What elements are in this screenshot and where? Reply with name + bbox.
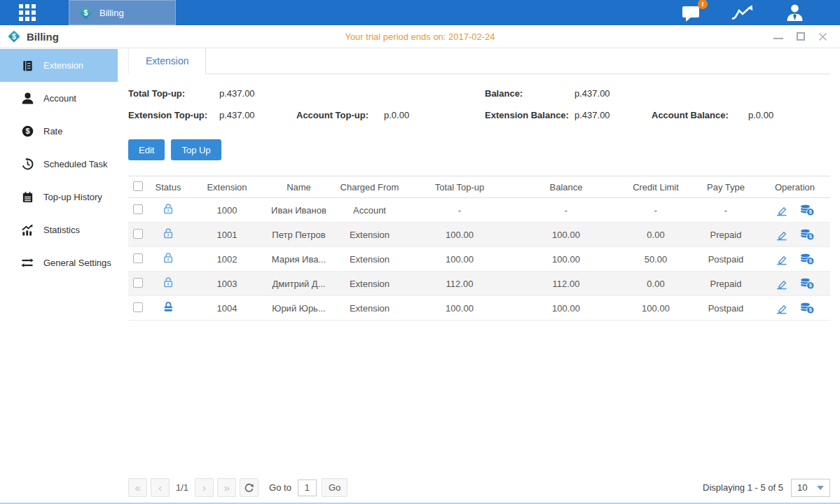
sidebar-nav: Extension Account $ Rate xyxy=(0,48,118,503)
svg-text:$: $ xyxy=(25,127,29,135)
sidebar-item-rate[interactable]: $ Rate xyxy=(0,115,118,148)
extension-book-icon xyxy=(20,59,34,73)
billing-diamond-icon: $ xyxy=(7,29,21,43)
tab-extension[interactable]: Extension xyxy=(128,48,206,74)
sidebar-item-topup-history[interactable]: Top-up History xyxy=(0,181,118,214)
svg-text:$: $ xyxy=(84,8,88,17)
svg-text:$: $ xyxy=(12,33,16,41)
table-header-row: StatusExtensionNameCharged FromTotal Top… xyxy=(128,176,830,198)
row-checkbox[interactable] xyxy=(133,278,143,288)
edit-icon[interactable] xyxy=(775,302,788,314)
goto-page-input[interactable] xyxy=(298,479,317,496)
last-page-button[interactable]: » xyxy=(217,478,236,497)
extension-cell: 1001 xyxy=(189,223,265,247)
charged-from-cell: Extension xyxy=(333,272,406,296)
charged-from-cell: Account xyxy=(333,198,406,223)
edit-icon[interactable] xyxy=(775,253,788,265)
extension-cell: 1003 xyxy=(189,272,265,296)
stats-summary: Total Top-up: p.437.00 Balance: p.437.00… xyxy=(128,83,830,126)
pay-type-cell: Prepaid xyxy=(692,223,759,247)
history-clock-icon xyxy=(20,158,34,171)
sidebar-item-scheduled-task[interactable]: Scheduled Task xyxy=(0,148,118,181)
row-checkbox[interactable] xyxy=(133,204,143,214)
refresh-button[interactable] xyxy=(240,478,259,497)
credit-limit-cell: 0.00 xyxy=(619,272,692,296)
edit-icon[interactable] xyxy=(775,278,788,290)
table-row: 1000 Иван Иванов Account - - - - xyxy=(128,198,830,223)
extension-balance-value: p.437.00 xyxy=(574,104,652,126)
operation-cell: $ xyxy=(759,296,830,321)
notification-badge: ! xyxy=(698,0,708,9)
user-account-icon[interactable] xyxy=(785,3,805,22)
top-up-button[interactable]: Top Up xyxy=(171,139,221,160)
charged-from-cell: Extension xyxy=(333,247,406,272)
name-cell: Иван Иванов xyxy=(265,198,333,223)
topup-icon[interactable]: $ xyxy=(799,228,815,241)
pay-type-cell: Postpaid xyxy=(692,296,759,321)
status-cell xyxy=(147,198,189,223)
operation-cell: $ xyxy=(759,198,830,223)
go-button[interactable]: Go xyxy=(322,478,347,497)
sidebar-item-label: Scheduled Task xyxy=(43,159,108,169)
goto-label: Go to xyxy=(269,482,291,493)
person-icon xyxy=(20,92,34,105)
displaying-text: Displaying 1 - 5 of 5 xyxy=(703,482,783,493)
sidebar-item-general-settings[interactable]: General Settings xyxy=(0,246,118,279)
balance-cell: - xyxy=(513,198,619,223)
charged-from-cell: Extension xyxy=(333,223,406,247)
topup-icon[interactable]: $ xyxy=(799,277,815,290)
sidebar-item-label: General Settings xyxy=(43,258,111,268)
status-cell xyxy=(147,223,189,247)
taskbar-item-billing[interactable]: $ Billing xyxy=(69,0,176,25)
extension-cell: 1002 xyxy=(189,247,265,272)
credit-limit-cell: 50.00 xyxy=(619,247,692,272)
topup-icon[interactable]: $ xyxy=(799,302,815,314)
column-header: Credit Limit xyxy=(619,176,692,198)
sidebar-item-account[interactable]: Account xyxy=(0,82,118,115)
dollar-coin-icon: $ xyxy=(20,125,34,138)
balance-label: Balance: xyxy=(485,83,574,104)
taskbar-item-label: Billing xyxy=(99,8,124,18)
total-topup-cell: 100.00 xyxy=(406,247,513,272)
first-page-button[interactable]: « xyxy=(128,478,147,497)
sidebar-item-extension[interactable]: Extension xyxy=(0,49,118,82)
minimize-button[interactable] xyxy=(773,38,783,39)
credit-limit-cell: 100.00 xyxy=(619,296,692,321)
tab-strip: Extension xyxy=(128,48,830,74)
maximize-button[interactable] xyxy=(797,32,805,41)
table-row: 1004 Юрий Юрь... Extension 100.00 100.00… xyxy=(128,296,830,321)
close-button[interactable] xyxy=(818,32,827,41)
unlocked-icon xyxy=(163,276,174,288)
total-topup-label: Total Top-up: xyxy=(128,83,219,104)
reports-chart-icon[interactable] xyxy=(731,4,757,22)
topup-icon[interactable]: $ xyxy=(799,204,815,216)
extension-cell: 1000 xyxy=(189,198,265,223)
edit-icon[interactable] xyxy=(775,204,788,216)
page-size-select[interactable]: 10 xyxy=(791,479,830,497)
row-checkbox[interactable] xyxy=(133,302,143,312)
status-cell xyxy=(147,272,189,296)
column-header: Total Top-up xyxy=(406,176,513,198)
billing-diamond-icon: $ xyxy=(78,6,93,20)
apps-grid-icon[interactable] xyxy=(17,2,38,23)
topup-icon[interactable]: $ xyxy=(799,253,815,265)
row-checkbox[interactable] xyxy=(133,229,143,239)
next-page-button[interactable]: › xyxy=(195,478,214,497)
main-content: Extension Total Top-up: p.437.00 Balance… xyxy=(118,48,840,503)
prev-page-button[interactable]: ‹ xyxy=(151,478,170,497)
sidebar-item-label: Extension xyxy=(43,60,83,71)
row-checkbox[interactable] xyxy=(133,253,143,263)
column-header: Charged From xyxy=(333,176,406,198)
stats-chart-icon xyxy=(20,223,34,237)
pay-type-cell: Prepaid xyxy=(692,272,759,296)
notebook-icon xyxy=(20,190,34,204)
balance-cell: 100.00 xyxy=(513,223,619,247)
edit-button[interactable]: Edit xyxy=(128,139,165,160)
pagination-bar: « ‹ 1/1 › » Go to Go Displaying 1 - 5 of… xyxy=(128,478,830,497)
edit-icon[interactable] xyxy=(775,229,788,241)
messages-icon[interactable]: ! xyxy=(682,4,703,22)
sidebar-item-statistics[interactable]: Statistics xyxy=(0,214,118,246)
status-cell xyxy=(147,296,189,321)
account-topup-label: Account Top-up: xyxy=(296,104,384,126)
select-all-checkbox[interactable] xyxy=(133,181,143,191)
